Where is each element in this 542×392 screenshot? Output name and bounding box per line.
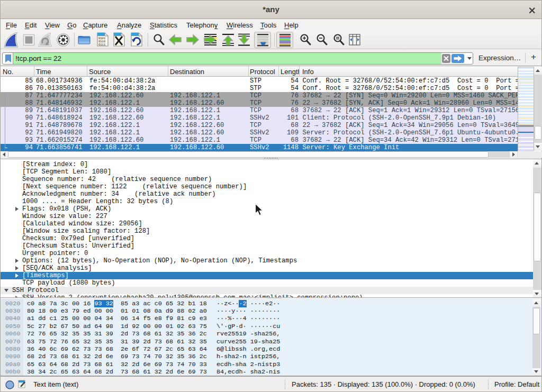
svg-text:0111: 0111	[98, 43, 106, 47]
